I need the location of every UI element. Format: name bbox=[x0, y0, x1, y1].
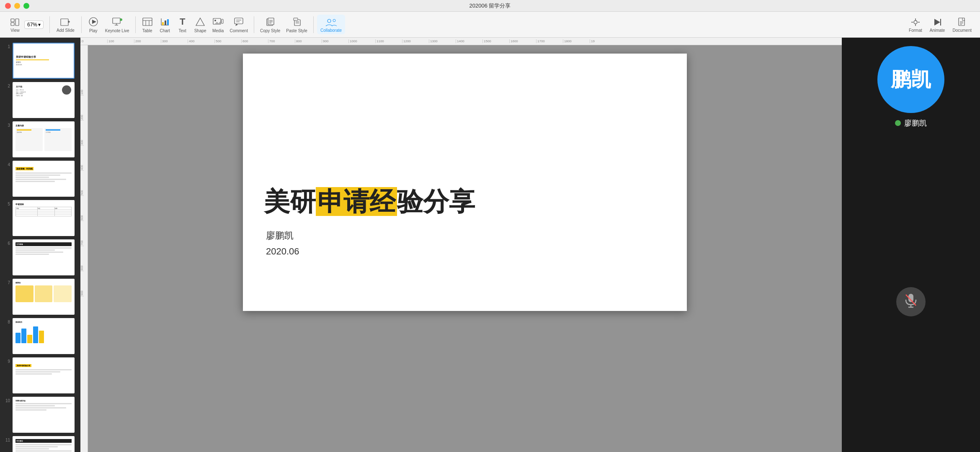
keynote-live-button[interactable]: Keynote Live bbox=[103, 15, 132, 34]
chart-icon bbox=[159, 16, 171, 28]
svg-rect-0 bbox=[11, 19, 14, 22]
separator-4 bbox=[254, 16, 254, 33]
title-part1: 美研 bbox=[264, 187, 316, 216]
slide-thumbnail[interactable]: 面试经历 bbox=[13, 318, 75, 354]
media-button[interactable]: Media bbox=[210, 15, 227, 34]
text-label: Text bbox=[179, 28, 186, 33]
svg-marker-27 bbox=[235, 24, 238, 26]
play-label: Play bbox=[89, 28, 97, 33]
shape-label: Shape bbox=[194, 28, 206, 33]
slide-number: 2 bbox=[3, 82, 10, 88]
text-button[interactable]: T Text bbox=[174, 15, 191, 34]
slide-thumbnail[interactable]: 推荐信 bbox=[13, 279, 75, 315]
slide-item[interactable]: 9 美研申请经验分享 bbox=[0, 356, 80, 395]
slide-thumbnail[interactable]: 文书准备 bbox=[13, 239, 75, 275]
format-button[interactable]: Format bbox=[905, 15, 926, 34]
maximize-button[interactable] bbox=[23, 3, 29, 9]
avatar: 鹏凯 bbox=[877, 46, 944, 113]
document-icon bbox=[956, 16, 968, 28]
comment-label: Comment bbox=[230, 28, 248, 33]
avatar-text: 鹏凯 bbox=[891, 66, 931, 93]
slide-thumbnail[interactable]: 主要内容 选校策略 文书准备 bbox=[13, 121, 75, 157]
window-title: 202006 留学分享 bbox=[469, 2, 511, 10]
slide-surface[interactable]: 美研申请经验分享 廖鹏凯 2020.06 bbox=[243, 54, 687, 311]
slide-date: 2020.06 bbox=[266, 246, 299, 257]
title-highlighted: 申请经 bbox=[316, 187, 397, 216]
separator-3 bbox=[135, 16, 136, 33]
mute-button[interactable] bbox=[896, 287, 926, 316]
svg-marker-21 bbox=[196, 18, 204, 26]
slide-thumbnail[interactable]: 学费与奖学金 bbox=[13, 397, 75, 433]
slide-item[interactable]: 1 美研申请经验分享 廖鹏凯 2020.06 bbox=[0, 41, 80, 80]
canvas-area: 0 100 200 300 400 500 600 700 800 900 10… bbox=[80, 38, 842, 452]
media-label: Media bbox=[212, 28, 224, 33]
slide1-date: 2020.06 bbox=[16, 64, 71, 66]
svg-rect-26 bbox=[235, 18, 243, 24]
add-slide-button[interactable]: Add Slide bbox=[53, 15, 78, 34]
minimize-button[interactable] bbox=[14, 3, 20, 9]
slide-item[interactable]: 10 学费与奖学金 bbox=[0, 395, 80, 434]
svg-rect-19 bbox=[165, 21, 166, 25]
play-button[interactable]: Play bbox=[85, 15, 102, 34]
paste-style-label: Paste Style bbox=[286, 28, 307, 33]
slide-item[interactable]: 4 选校策略 · 时间线 bbox=[0, 159, 80, 198]
traffic-lights bbox=[5, 3, 29, 9]
svg-point-23 bbox=[214, 20, 216, 21]
slide-thumbnail[interactable]: 选校策略 · 时间线 bbox=[13, 161, 75, 197]
slide1-title: 美研申请经验分享 bbox=[16, 56, 71, 59]
slide-item[interactable]: 6 文书准备 bbox=[0, 238, 80, 277]
table-button[interactable]: Table bbox=[139, 15, 156, 34]
slide-number: 3 bbox=[3, 121, 10, 128]
view-zoom-group: View 67% ▾ bbox=[5, 15, 46, 34]
slide-panel[interactable]: 1 美研申请经验分享 廖鹏凯 2020.06 2 关于我 本科：XX大学 专业：… bbox=[0, 38, 80, 452]
separator-5 bbox=[313, 16, 314, 33]
title-bar: 202006 留学分享 bbox=[0, 0, 980, 12]
paste-style-icon bbox=[291, 16, 303, 28]
chart-button[interactable]: Chart bbox=[157, 15, 173, 34]
presenter-name: 廖鹏凯 bbox=[904, 118, 927, 128]
slide-thumbnail[interactable]: 关于我 本科：XX大学 专业：计算机科学 GPA: 3.8/4.0 TOEFL:… bbox=[13, 82, 75, 118]
slide-number: 6 bbox=[3, 239, 10, 246]
svg-point-40 bbox=[333, 19, 335, 22]
slide-thumbnail[interactable]: 美研申请经验分享 廖鹏凯 2020.06 bbox=[13, 43, 75, 79]
slide-canvas[interactable]: 美研申请经验分享 廖鹏凯 2020.06 bbox=[88, 45, 842, 452]
svg-point-11 bbox=[120, 18, 122, 21]
paste-style-button[interactable]: Paste Style bbox=[284, 15, 310, 34]
ruler-left: 100 200 300 400 500 600 700 800 900 bbox=[80, 45, 88, 452]
document-button[interactable]: Document bbox=[949, 15, 975, 34]
svg-marker-46 bbox=[934, 19, 940, 26]
slide-thumbnail[interactable]: 学生签证 bbox=[13, 436, 75, 452]
comment-icon bbox=[233, 16, 245, 28]
toolbar: View 67% ▾ Add Slide Play bbox=[0, 12, 980, 38]
copy-style-button[interactable]: Copy Style bbox=[258, 15, 283, 34]
zoom-control[interactable]: 67% ▾ bbox=[24, 21, 44, 29]
svg-rect-18 bbox=[162, 22, 164, 25]
svg-point-41 bbox=[914, 21, 917, 24]
slide-item[interactable]: 3 主要内容 选校策略 文书准备 bbox=[0, 120, 80, 159]
slide-thumbnail[interactable]: 申请清单 学校专业结果 bbox=[13, 200, 75, 236]
slide-number: 8 bbox=[3, 318, 10, 324]
slide-number: 1 bbox=[3, 43, 10, 49]
ruler-numbers: 0 100 200 300 400 500 600 700 800 900 10… bbox=[80, 39, 616, 43]
keynote-live-label: Keynote Live bbox=[105, 28, 129, 33]
slide-item[interactable]: 8 面试经历 bbox=[0, 316, 80, 356]
close-button[interactable] bbox=[5, 3, 11, 9]
separator-2 bbox=[81, 16, 82, 33]
collaborate-button[interactable]: Collaborate bbox=[317, 15, 345, 34]
shape-button[interactable]: Shape bbox=[192, 15, 209, 34]
slide-number: 9 bbox=[3, 357, 10, 364]
svg-rect-25 bbox=[222, 19, 223, 23]
slide-item[interactable]: 5 申请清单 学校专业结果 bbox=[0, 198, 80, 238]
add-slide-label: Add Slide bbox=[57, 28, 75, 33]
table-label: Table bbox=[142, 28, 152, 33]
svg-point-39 bbox=[328, 19, 331, 23]
slide-item[interactable]: 7 推荐信 bbox=[0, 277, 80, 316]
animate-button[interactable]: Animate bbox=[926, 15, 949, 34]
comment-button[interactable]: Comment bbox=[227, 15, 250, 34]
slide-thumbnail[interactable]: 美研申请经验分享 bbox=[13, 357, 75, 393]
view-button[interactable]: View bbox=[8, 15, 23, 33]
slide-item[interactable]: 11 学生签证 bbox=[0, 434, 80, 452]
svg-rect-1 bbox=[11, 23, 14, 26]
svg-rect-12 bbox=[143, 18, 152, 26]
slide-item[interactable]: 2 关于我 本科：XX大学 专业：计算机科学 GPA: 3.8/4.0 TOEF… bbox=[0, 80, 80, 120]
